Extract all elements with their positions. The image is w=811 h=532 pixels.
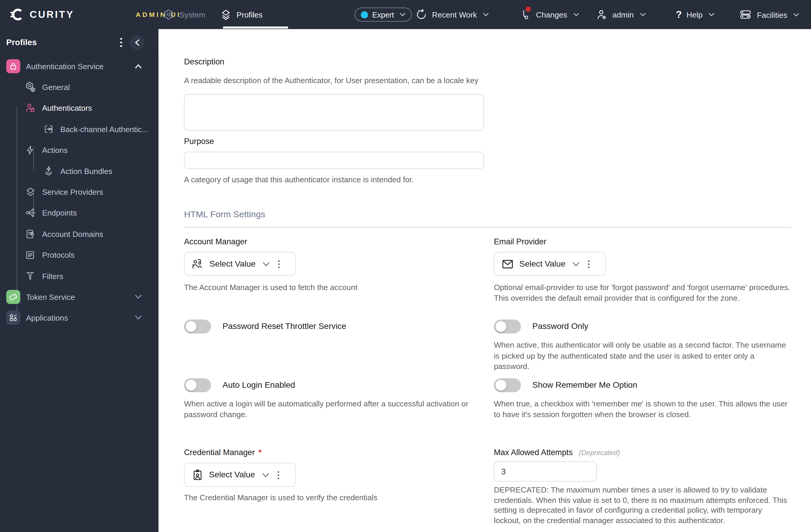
sidebar-item-filters[interactable]: Filters <box>0 265 159 286</box>
sidebar-item-label: Service Providers <box>42 188 103 197</box>
sidebar-item-label: Action Bundles <box>60 167 112 175</box>
user-label: admin <box>613 10 634 19</box>
layers-icon <box>24 186 36 198</box>
recent-work-menu[interactable]: Recent Work <box>415 9 489 20</box>
deprecated-tag: (Deprecated) <box>579 449 620 457</box>
sidebar-item-label: Actions <box>42 145 68 154</box>
server-gear-icon <box>739 8 752 21</box>
chevron-up-icon[interactable] <box>135 64 142 68</box>
tab-system[interactable]: System <box>163 9 205 20</box>
remember-me-toggle[interactable] <box>494 378 521 392</box>
sidebar-item-label: Protocols <box>42 251 75 260</box>
toggle-knob <box>495 321 506 332</box>
max-allowed-attempts-input[interactable] <box>494 461 597 482</box>
description-help: A readable description of the Authentica… <box>184 75 478 86</box>
password-only-row: Password Only <box>494 319 588 333</box>
sidebar-item-protocols[interactable]: Protocols <box>0 244 159 265</box>
password-reset-throttler-label: Password Reset Throttler Service <box>223 322 347 331</box>
tab-profiles[interactable]: Profiles <box>220 9 263 20</box>
curity-logo-icon <box>11 7 24 21</box>
sidebar-item-label: General <box>42 82 70 91</box>
description-textarea[interactable] <box>184 94 484 131</box>
gears-icon <box>24 82 36 93</box>
sidebar-item-general[interactable]: General <box>0 77 159 98</box>
filter-funnel-icon <box>24 271 36 281</box>
changes-commit-icon <box>520 9 532 20</box>
sidebar-item-back-channel-authentication[interactable]: Back-channel Authentic... <box>0 119 159 140</box>
changes-notification-badge <box>525 6 531 12</box>
chevron-down-icon <box>400 13 406 16</box>
help-menu[interactable]: ? Help <box>676 10 715 19</box>
sidebar-item-authentication-service[interactable]: Authentication Service <box>0 56 159 77</box>
sidebar-item-label: Applications <box>26 313 68 323</box>
sidebar-item-label: Authentication Service <box>26 62 104 71</box>
user-gear-icon <box>596 9 608 20</box>
sidebar-item-token-service[interactable]: Token Service <box>0 286 159 308</box>
sidebar-item-endpoints[interactable]: Endpoints <box>0 202 159 223</box>
lightning-box-icon <box>43 166 55 177</box>
sidebar-item-applications[interactable]: Applications <box>0 307 159 328</box>
sidebar-item-service-providers[interactable]: Service Providers <box>0 182 159 202</box>
curity-logo[interactable]: CURITY <box>11 7 74 21</box>
authenticator-settings-form: Description A readable description of th… <box>159 29 811 532</box>
remember-me-label: Show Remember Me Option <box>532 380 637 390</box>
sidebar-collapse-button[interactable] <box>130 35 145 50</box>
sidebar-item-actions[interactable]: Actions <box>0 140 159 161</box>
document-lines-icon <box>24 250 36 260</box>
sidebar-title: Profiles <box>6 38 37 47</box>
auto-login-toggle[interactable] <box>184 378 211 392</box>
sidebar-item-label: Filters <box>42 272 63 281</box>
auto-login-label: Auto Login Enabled <box>223 380 295 390</box>
email-provider-label: Email Provider <box>494 237 546 246</box>
people-icon <box>191 257 204 270</box>
credential-manager-select[interactable]: Select Value <box>184 463 296 487</box>
max-allowed-attempts-label-text: Max Allowed Attempts <box>494 448 573 457</box>
sidebar-item-authenticators[interactable]: Authenticators <box>0 98 159 119</box>
sidebar-item-action-bundles[interactable]: Action Bundles <box>0 161 159 182</box>
password-only-help: When active, this authenticator will onl… <box>494 340 791 372</box>
expert-status-dot <box>361 11 368 18</box>
top-navbar: CURITY ADMIN UI System Profiles Expe <box>0 0 811 29</box>
tab-profiles-label: Profiles <box>236 10 263 19</box>
password-reset-throttler-row: Password Reset Throttler Service <box>184 319 347 333</box>
id-card-icon <box>191 468 204 482</box>
lightning-icon <box>24 145 36 155</box>
section-divider <box>184 227 791 228</box>
password-reset-throttler-toggle[interactable] <box>184 319 211 333</box>
chevron-down-icon[interactable] <box>135 316 142 320</box>
password-only-toggle[interactable] <box>494 319 521 333</box>
email-provider-select[interactable]: Select Value <box>494 252 606 276</box>
active-tab-indicator <box>223 27 288 28</box>
document-lock-icon <box>24 229 36 239</box>
account-manager-select[interactable]: Select Value <box>184 252 296 276</box>
history-refresh-icon <box>415 9 427 20</box>
purpose-input[interactable] <box>184 152 484 169</box>
credential-manager-label-text: Credential Manager <box>184 448 255 457</box>
expert-mode-dropdown[interactable]: Expert <box>355 7 412 21</box>
layers-icon <box>220 9 231 20</box>
facilities-menu[interactable]: Facilities <box>739 8 799 21</box>
help-label: Help <box>687 10 703 19</box>
sidebar-item-account-domains[interactable]: Account Domains <box>0 223 159 245</box>
toggle-knob <box>185 321 197 332</box>
chevron-down-icon <box>572 262 580 266</box>
back-channel-icon <box>43 124 55 135</box>
credential-manager-value: Select Value <box>209 470 255 480</box>
changes-menu[interactable]: Changes <box>520 9 579 20</box>
chevron-down-icon[interactable] <box>135 295 142 299</box>
kebab-dots-icon[interactable] <box>586 259 591 269</box>
kebab-dots-icon[interactable] <box>276 259 281 269</box>
chevron-down-icon <box>709 13 715 16</box>
chevron-down-icon <box>262 262 270 266</box>
user-menu[interactable]: admin <box>596 9 646 20</box>
auto-login-row: Auto Login Enabled <box>184 378 295 392</box>
sidebar-header: Profiles <box>0 29 159 56</box>
profiles-sidebar: Profiles Authentication Service <box>0 29 159 532</box>
ticket-icon <box>6 290 20 304</box>
recent-work-label: Recent Work <box>432 10 477 19</box>
sidebar-item-label: Back-channel Authentic... <box>60 125 148 134</box>
sidebar-kebab-menu[interactable] <box>118 36 124 49</box>
kebab-dots-icon[interactable] <box>276 469 281 480</box>
email-provider-value: Select Value <box>519 259 565 269</box>
envelope-icon <box>501 257 514 270</box>
